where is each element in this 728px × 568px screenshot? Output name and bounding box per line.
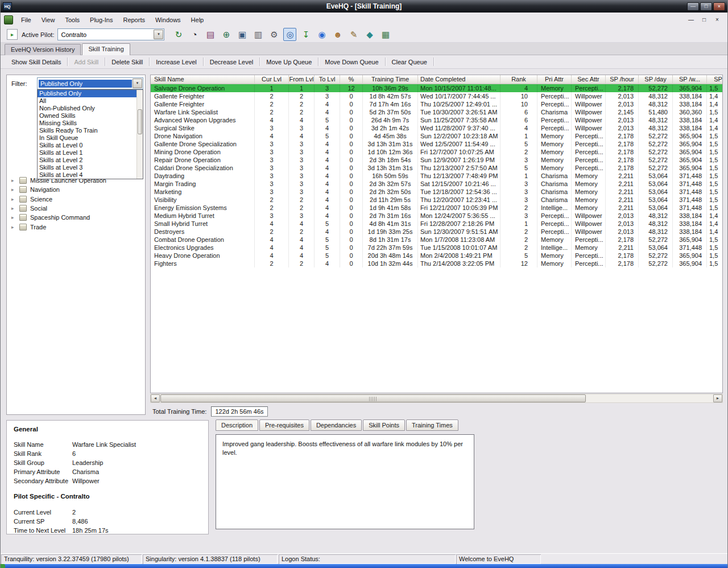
expand-arrow-icon[interactable]: ▸ xyxy=(11,224,17,230)
tab-skill-points[interactable]: Skill Points xyxy=(363,419,405,431)
table-row[interactable]: Caldari Drone Specialization33403d 13h 3… xyxy=(151,164,722,172)
filter-option-skills-at-level-2[interactable]: Skills at Level 2 xyxy=(38,157,136,164)
expand-arrow-icon[interactable]: ▸ xyxy=(11,196,17,202)
taskbar-sliver[interactable] xyxy=(1,564,727,568)
notes-icon[interactable]: ✎ xyxy=(347,28,360,41)
table-row[interactable]: Medium Hybrid Turret33402d 7h 31m 16sMon… xyxy=(151,212,722,220)
monitor-icon[interactable]: ▣ xyxy=(235,28,249,41)
minimize-button[interactable]: — xyxy=(687,2,699,11)
expand-arrow-icon[interactable]: ▸ xyxy=(11,205,17,211)
column-header-sp[interactable]: SP xyxy=(707,75,723,84)
filter-option-missing-skills[interactable]: Missing Skills xyxy=(38,120,136,127)
expand-arrow-icon[interactable]: ▸ xyxy=(11,215,17,220)
filter-option-skills-ready-to-train[interactable]: Skills Ready To Train xyxy=(38,127,136,134)
market-globe-icon[interactable]: ⊕ xyxy=(220,28,233,41)
scroll-right-icon[interactable]: ► xyxy=(713,394,722,402)
tree-item-science[interactable]: ▸Science xyxy=(7,195,145,204)
table-row[interactable]: Small Hybrid Turret44504d 8h 41m 31sFri … xyxy=(151,220,722,228)
filter-combobox[interactable]: Published Only ▼ xyxy=(37,77,143,89)
tree-item-spaceship-command[interactable]: ▸Spaceship Command xyxy=(7,213,145,222)
tag-icon[interactable]: ◆ xyxy=(363,28,376,41)
refresh-icon[interactable]: ↻ xyxy=(172,28,185,41)
skill-training-icon[interactable]: ◎ xyxy=(283,28,296,41)
menu-item-view[interactable]: View xyxy=(36,14,60,26)
table-row[interactable]: Daytrading334016h 50m 59sThu 12/13/2007 … xyxy=(151,172,722,180)
column-header-pri-attr[interactable]: Pri Attr xyxy=(537,75,572,84)
menu-item-plug-ins[interactable]: Plug-Ins xyxy=(85,14,118,26)
scrollbar-track[interactable] xyxy=(160,394,713,402)
table-row[interactable]: Energy Emission Systems22401d 9h 41m 58s… xyxy=(151,204,722,212)
column-header-rank[interactable]: Rank xyxy=(500,75,537,84)
close-button[interactable]: × xyxy=(713,2,725,11)
menu-item-tools[interactable]: Tools xyxy=(60,14,85,26)
column-header-sp-w[interactable]: SP /w... xyxy=(673,75,707,84)
restore-button[interactable]: □ xyxy=(700,2,712,11)
show-skill-details-button[interactable]: Show Skill Details xyxy=(6,57,66,67)
titlebar[interactable]: HQ EveHQ - [Skill Training] —□× xyxy=(1,0,727,13)
menu-item-windows[interactable]: Windows xyxy=(150,14,186,26)
table-row[interactable]: Mining Drone Operation33401d 10h 12m 36s… xyxy=(151,148,722,156)
filter-option-published-only[interactable]: Published Only xyxy=(38,90,136,97)
spreadsheet-icon[interactable]: ▦ xyxy=(379,28,392,41)
filter-option-non-published-only[interactable]: Non-Published Only xyxy=(38,105,136,112)
column-header-sp-day[interactable]: SP /day xyxy=(639,75,673,84)
printer-icon[interactable]: ▥ xyxy=(251,28,264,41)
decrease-level-button[interactable]: Decrease Level xyxy=(205,57,258,67)
table-row[interactable]: Heavy Drone Operation445020d 3h 48m 14sM… xyxy=(151,252,722,260)
column-header-[interactable]: % xyxy=(340,75,363,84)
filter-option-skills-at-level-3[interactable]: Skills at Level 3 xyxy=(38,164,136,171)
table-row[interactable]: Warfare Link Specialist22405d 2h 37m 50s… xyxy=(151,108,722,116)
table-row[interactable]: Drone Navigation44504d 45m 38sSun 12/2/2… xyxy=(151,132,722,140)
tab-dependancies[interactable]: Dependancies xyxy=(311,419,362,431)
filter-option-skills-at-level-1[interactable]: Skills at Level 1 xyxy=(38,149,136,157)
table-row[interactable]: Gallente Freighter22301d 8h 42m 57sWed 1… xyxy=(151,92,722,100)
filter-option-owned-skills[interactable]: Owned Skills xyxy=(38,112,136,120)
settings-gear-icon[interactable]: ⚙ xyxy=(267,28,280,41)
chevron-down-icon[interactable]: ▼ xyxy=(133,79,142,88)
mdi-minimize-button[interactable]: — xyxy=(686,16,696,24)
column-header-sp-hour[interactable]: SP /hour xyxy=(606,75,639,84)
table-row[interactable]: Marketing33402d 2h 32m 50sTue 12/18/2007… xyxy=(151,188,722,196)
table-row[interactable]: Combat Drone Operation44508d 1h 31m 17sM… xyxy=(151,236,722,244)
tree-item-trade[interactable]: ▸Trade xyxy=(7,222,145,231)
column-header-sec-attr[interactable]: Sec Attr xyxy=(572,75,606,84)
column-header-skill-name[interactable]: Skill Name xyxy=(151,75,255,84)
mdi-close-button[interactable]: × xyxy=(713,16,722,24)
table-row[interactable]: Advanced Weapon Upgrades445026d 4h 9m 7s… xyxy=(151,116,722,124)
scrollbar-thumb[interactable] xyxy=(138,109,142,134)
table-row[interactable]: Electronics Upgrades44507d 22h 37m 59sTu… xyxy=(151,244,722,252)
tab-evehq-version-history[interactable]: EveHQ Version History xyxy=(5,44,81,55)
menu-item-reports[interactable]: Reports xyxy=(118,14,150,26)
pilot-select-icon[interactable]: ▸ xyxy=(7,29,18,40)
table-row[interactable]: Visibility22402d 11h 29m 5sThu 12/20/200… xyxy=(151,196,722,204)
table-row[interactable]: Margin Trading33402d 3h 32m 57sSat 12/15… xyxy=(151,180,722,188)
tab-training-times[interactable]: Training Times xyxy=(406,419,458,431)
dropdown-scrollbar[interactable] xyxy=(136,90,143,179)
column-header-cur-lvl[interactable]: Cur Lvl xyxy=(255,75,289,84)
filter-option-in-skill-queue[interactable]: In Skill Queue xyxy=(38,134,136,142)
table-row[interactable]: Salvage Drone Operation1131210h 36m 29sM… xyxy=(151,84,722,92)
pilot-icon[interactable]: ☻ xyxy=(331,28,344,41)
start-button-fragment[interactable] xyxy=(1,564,5,568)
expand-arrow-icon[interactable]: ▸ xyxy=(11,178,17,183)
table-row[interactable]: Gallente Freighter22407d 17h 4m 16sThu 1… xyxy=(151,100,722,108)
table-row[interactable]: Destroyers22401d 19h 33m 25sSun 12/30/20… xyxy=(151,228,722,236)
expand-arrow-icon[interactable]: ▸ xyxy=(11,187,17,192)
table-row[interactable]: Surgical Strike33403d 2h 1m 42sWed 11/28… xyxy=(151,124,722,132)
scroll-left-icon[interactable]: ◄ xyxy=(151,394,160,402)
mdi-restore-button[interactable]: □ xyxy=(700,16,709,24)
tab-pre-requisites[interactable]: Pre-requisites xyxy=(259,419,309,431)
tab-description[interactable]: Description xyxy=(216,419,258,431)
help-info-icon[interactable]: ◉ xyxy=(315,28,328,41)
column-header-to-lvl[interactable]: To Lvl xyxy=(315,75,340,84)
tree-item-social[interactable]: ▸Social xyxy=(7,204,145,213)
queue-download-icon[interactable]: ↧ xyxy=(299,28,312,41)
filter-option-skills-at-level-4[interactable]: Skills at Level 4 xyxy=(38,171,136,179)
tab-skill-training[interactable]: Skill Training xyxy=(82,43,130,55)
column-header-training-time[interactable]: Training Time xyxy=(363,75,418,84)
tree-item-navigation[interactable]: ▸Navigation xyxy=(7,185,145,194)
table-row[interactable]: Fighters224010d 1h 32m 44sThu 2/14/2008 … xyxy=(151,260,722,267)
chevron-down-icon[interactable]: ▼ xyxy=(154,30,163,39)
scrollbar-thumb[interactable] xyxy=(160,394,586,402)
table-row[interactable]: Gallente Drone Specialization33403d 13h … xyxy=(151,140,722,148)
